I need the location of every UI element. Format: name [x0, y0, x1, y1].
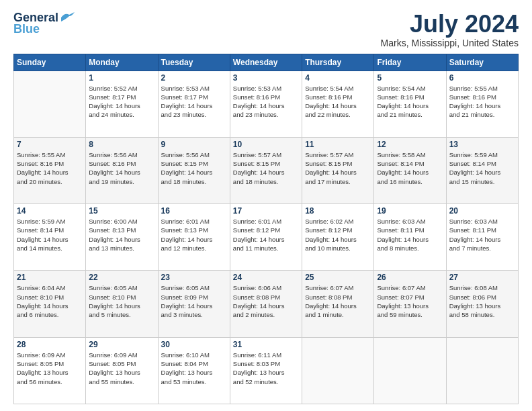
day-info: Sunrise: 6:09 AM Sunset: 8:05 PM Dayligh…: [17, 351, 83, 386]
logo: General Blue: [13, 11, 75, 36]
day-info: Sunrise: 6:02 AM Sunset: 8:12 PM Dayligh…: [305, 217, 371, 253]
day-info: Sunrise: 6:01 AM Sunset: 8:13 PM Dayligh…: [161, 217, 227, 253]
table-row: 21Sunrise: 6:04 AM Sunset: 8:10 PM Dayli…: [14, 271, 86, 337]
day-number: 8: [89, 140, 154, 149]
table-row: 19Sunrise: 6:03 AM Sunset: 8:11 PM Dayli…: [374, 204, 446, 271]
day-info: Sunrise: 5:56 AM Sunset: 8:15 PM Dayligh…: [161, 150, 227, 186]
calendar-week-row: 28Sunrise: 6:09 AM Sunset: 8:05 PM Dayli…: [14, 337, 519, 404]
day-info: Sunrise: 6:10 AM Sunset: 8:04 PM Dayligh…: [161, 351, 227, 386]
table-row: 15Sunrise: 6:00 AM Sunset: 8:13 PM Dayli…: [86, 204, 158, 271]
day-info: Sunrise: 6:05 AM Sunset: 8:10 PM Dayligh…: [89, 283, 154, 319]
day-info: Sunrise: 6:03 AM Sunset: 8:11 PM Dayligh…: [449, 217, 515, 253]
logo-text-blue: Blue: [13, 22, 40, 36]
day-number: 22: [89, 273, 154, 282]
col-thursday: Thursday: [302, 54, 374, 71]
day-number: 15: [89, 206, 154, 216]
table-row: 23Sunrise: 6:05 AM Sunset: 8:09 PM Dayli…: [158, 271, 230, 337]
day-number: 7: [17, 140, 83, 149]
calendar-week-row: 7Sunrise: 5:55 AM Sunset: 8:16 PM Daylig…: [14, 137, 519, 203]
day-info: Sunrise: 6:09 AM Sunset: 8:05 PM Dayligh…: [89, 351, 154, 386]
day-info: Sunrise: 5:56 AM Sunset: 8:16 PM Dayligh…: [89, 150, 154, 186]
day-number: 23: [161, 273, 227, 282]
table-row: 5Sunrise: 5:54 AM Sunset: 8:16 PM Daylig…: [374, 71, 446, 137]
day-info: Sunrise: 5:59 AM Sunset: 8:14 PM Dayligh…: [449, 150, 515, 186]
col-friday: Friday: [374, 54, 446, 71]
table-row: 30Sunrise: 6:10 AM Sunset: 8:04 PM Dayli…: [158, 337, 230, 404]
table-row: 28Sunrise: 6:09 AM Sunset: 8:05 PM Dayli…: [14, 337, 86, 404]
day-info: Sunrise: 6:03 AM Sunset: 8:11 PM Dayligh…: [377, 217, 443, 253]
col-monday: Monday: [86, 54, 158, 71]
day-number: 10: [233, 140, 299, 149]
page: General Blue July 2024 Marks, Mississipp…: [0, 0, 532, 411]
day-info: Sunrise: 6:06 AM Sunset: 8:08 PM Dayligh…: [233, 283, 299, 319]
day-number: 4: [305, 73, 371, 83]
table-row: 17Sunrise: 6:01 AM Sunset: 8:12 PM Dayli…: [230, 204, 302, 271]
day-number: 16: [161, 206, 227, 216]
calendar-week-row: 21Sunrise: 6:04 AM Sunset: 8:10 PM Dayli…: [14, 271, 519, 337]
table-row: 25Sunrise: 6:07 AM Sunset: 8:08 PM Dayli…: [302, 271, 374, 337]
table-row: 24Sunrise: 6:06 AM Sunset: 8:08 PM Dayli…: [230, 271, 302, 337]
day-number: 9: [161, 140, 227, 149]
table-row: 29Sunrise: 6:09 AM Sunset: 8:05 PM Dayli…: [86, 337, 158, 404]
table-row: 10Sunrise: 5:57 AM Sunset: 8:15 PM Dayli…: [230, 137, 302, 203]
day-number: 25: [305, 273, 371, 282]
table-row: 8Sunrise: 5:56 AM Sunset: 8:16 PM Daylig…: [86, 137, 158, 203]
day-number: 14: [17, 206, 83, 216]
day-info: Sunrise: 5:58 AM Sunset: 8:14 PM Dayligh…: [377, 150, 443, 186]
day-info: Sunrise: 6:11 AM Sunset: 8:03 PM Dayligh…: [233, 351, 299, 386]
table-row: 18Sunrise: 6:02 AM Sunset: 8:12 PM Dayli…: [302, 204, 374, 271]
col-sunday: Sunday: [14, 54, 86, 71]
day-number: 20: [449, 206, 515, 216]
day-info: Sunrise: 5:53 AM Sunset: 8:16 PM Dayligh…: [233, 84, 299, 120]
table-row: 4Sunrise: 5:54 AM Sunset: 8:16 PM Daylig…: [302, 71, 374, 137]
table-row: [374, 337, 446, 404]
day-number: 29: [89, 340, 154, 349]
table-row: [446, 337, 518, 404]
day-info: Sunrise: 6:07 AM Sunset: 8:07 PM Dayligh…: [377, 283, 443, 319]
calendar-week-row: 1Sunrise: 5:52 AM Sunset: 8:17 PM Daylig…: [14, 71, 519, 137]
table-row: 12Sunrise: 5:58 AM Sunset: 8:14 PM Dayli…: [374, 137, 446, 203]
day-number: 13: [449, 140, 515, 149]
day-number: 19: [377, 206, 443, 216]
header: General Blue July 2024 Marks, Mississipp…: [13, 11, 519, 48]
table-row: 3Sunrise: 5:53 AM Sunset: 8:16 PM Daylig…: [230, 71, 302, 137]
day-info: Sunrise: 6:07 AM Sunset: 8:08 PM Dayligh…: [305, 283, 371, 319]
table-row: 1Sunrise: 5:52 AM Sunset: 8:17 PM Daylig…: [86, 71, 158, 137]
calendar-week-row: 14Sunrise: 5:59 AM Sunset: 8:14 PM Dayli…: [14, 204, 519, 271]
table-row: 27Sunrise: 6:08 AM Sunset: 8:06 PM Dayli…: [446, 271, 518, 337]
day-info: Sunrise: 5:53 AM Sunset: 8:17 PM Dayligh…: [161, 84, 227, 120]
table-row: 6Sunrise: 5:55 AM Sunset: 8:16 PM Daylig…: [446, 71, 518, 137]
table-row: 14Sunrise: 5:59 AM Sunset: 8:14 PM Dayli…: [14, 204, 86, 271]
table-row: [302, 337, 374, 404]
table-row: 2Sunrise: 5:53 AM Sunset: 8:17 PM Daylig…: [158, 71, 230, 137]
table-row: 11Sunrise: 5:57 AM Sunset: 8:15 PM Dayli…: [302, 137, 374, 203]
col-wednesday: Wednesday: [230, 54, 302, 71]
day-number: 26: [377, 273, 443, 282]
table-row: 22Sunrise: 6:05 AM Sunset: 8:10 PM Dayli…: [86, 271, 158, 337]
day-info: Sunrise: 6:08 AM Sunset: 8:06 PM Dayligh…: [449, 283, 515, 319]
table-row: 31Sunrise: 6:11 AM Sunset: 8:03 PM Dayli…: [230, 337, 302, 404]
day-number: 2: [161, 73, 227, 83]
day-number: 28: [17, 340, 83, 349]
day-info: Sunrise: 6:04 AM Sunset: 8:10 PM Dayligh…: [17, 283, 83, 319]
col-saturday: Saturday: [446, 54, 518, 71]
day-number: 30: [161, 340, 227, 349]
day-info: Sunrise: 5:55 AM Sunset: 8:16 PM Dayligh…: [17, 150, 83, 186]
day-number: 5: [377, 73, 443, 83]
day-number: 27: [449, 273, 515, 282]
title-block: July 2024 Marks, Mississippi, United Sta…: [381, 11, 519, 48]
day-info: Sunrise: 5:57 AM Sunset: 8:15 PM Dayligh…: [305, 150, 371, 186]
day-number: 1: [89, 73, 154, 83]
table-row: 7Sunrise: 5:55 AM Sunset: 8:16 PM Daylig…: [14, 137, 86, 203]
day-number: 12: [377, 140, 443, 149]
day-info: Sunrise: 6:05 AM Sunset: 8:09 PM Dayligh…: [161, 283, 227, 319]
table-row: 13Sunrise: 5:59 AM Sunset: 8:14 PM Dayli…: [446, 137, 518, 203]
location: Marks, Mississippi, United States: [381, 38, 519, 48]
logo-bird-icon: [60, 12, 75, 23]
day-number: 18: [305, 206, 371, 216]
table-row: [14, 71, 86, 137]
month-title: July 2024: [381, 11, 519, 38]
day-number: 6: [449, 73, 515, 83]
table-row: 26Sunrise: 6:07 AM Sunset: 8:07 PM Dayli…: [374, 271, 446, 337]
table-row: 20Sunrise: 6:03 AM Sunset: 8:11 PM Dayli…: [446, 204, 518, 271]
